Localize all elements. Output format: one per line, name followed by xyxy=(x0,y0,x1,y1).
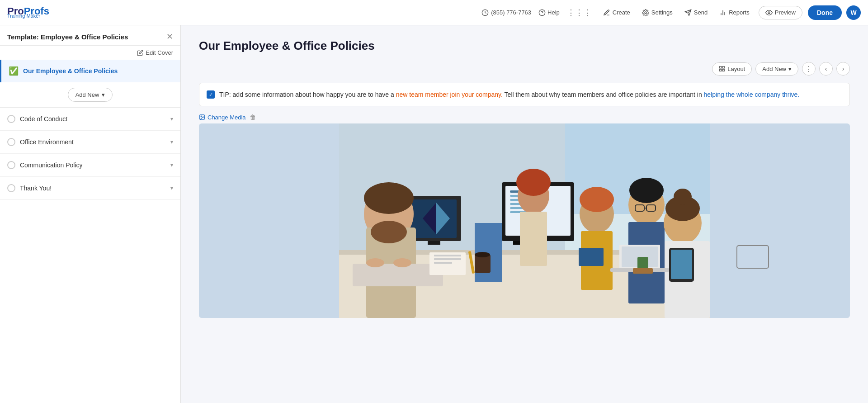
page-title: Our Employee & Office Policies xyxy=(199,39,850,53)
tip-box: ✓ TIP: add some information about how ha… xyxy=(199,83,850,106)
check-icon: ✅ xyxy=(9,66,19,76)
nav-actions: Create Settings Send Reports xyxy=(598,6,755,19)
more-options-button[interactable]: ⋮ xyxy=(802,62,816,76)
sidebar-title: Template: Employee & Office Policies xyxy=(7,33,128,41)
svg-point-62 xyxy=(475,252,490,257)
layout-icon xyxy=(719,66,725,72)
preview-button[interactable]: Preview xyxy=(759,6,802,19)
svg-point-9 xyxy=(768,12,770,14)
svg-point-67 xyxy=(393,258,411,267)
logo-area: ProProfs Training Maker xyxy=(7,6,49,19)
svg-point-48 xyxy=(629,178,664,203)
svg-point-39 xyxy=(371,221,407,243)
chevron-icon: ▾ xyxy=(170,162,173,168)
settings-button[interactable]: Settings xyxy=(637,6,678,19)
sidebar: Template: Employee & Office Policies ✕ E… xyxy=(0,25,181,403)
sidebar-item-thank-you[interactable]: Thank You! ▾ xyxy=(0,177,180,200)
clock-icon xyxy=(481,9,489,16)
tip-check-icon: ✓ xyxy=(207,90,215,99)
edit-cover-button[interactable]: Edit Cover xyxy=(137,49,173,56)
change-media-button[interactable]: Change Media xyxy=(199,114,246,121)
image-icon xyxy=(199,114,205,120)
pencil-icon xyxy=(137,50,143,56)
send-button[interactable]: Send xyxy=(679,6,713,19)
topbar-right: (855) 776-7763 Help ⋮⋮⋮ Create Settings … xyxy=(481,5,861,20)
svg-rect-13 xyxy=(720,69,722,71)
user-avatar[interactable]: W xyxy=(846,5,861,20)
help-icon xyxy=(538,9,546,16)
add-new-button[interactable]: Add New ▾ xyxy=(68,88,113,102)
topbar: ProProfs Training Maker (855) 776-7763 H… xyxy=(0,0,868,25)
svg-rect-10 xyxy=(720,66,722,68)
svg-point-41 xyxy=(516,169,551,196)
sidebar-item-communication-policy[interactable]: Communication Policy ▾ xyxy=(0,154,180,177)
media-toolbar: Change Media 🗑 xyxy=(199,114,850,121)
svg-point-55 xyxy=(674,189,692,205)
reports-icon xyxy=(719,9,726,16)
prev-page-button[interactable]: ‹ xyxy=(819,62,833,76)
add-new-content-button[interactable]: Add New ▾ xyxy=(755,62,798,76)
nav-circle xyxy=(7,184,15,192)
create-icon xyxy=(603,9,610,16)
office-image xyxy=(199,123,850,318)
chevron-icon: ▾ xyxy=(170,116,173,122)
svg-rect-60 xyxy=(737,246,769,268)
svg-point-66 xyxy=(366,258,384,267)
svg-point-3 xyxy=(645,12,646,14)
nav-circle xyxy=(7,161,15,169)
chevron-icon: ▾ xyxy=(170,139,173,145)
main-content: Our Employee & Office Policies Layout Ad… xyxy=(181,25,868,403)
next-page-button[interactable]: › xyxy=(836,62,850,76)
active-item-label: Our Employee & Office Policies xyxy=(23,67,118,75)
edit-cover-row: Edit Cover xyxy=(0,46,180,60)
svg-rect-72 xyxy=(434,258,461,260)
svg-rect-42 xyxy=(520,212,547,266)
svg-rect-73 xyxy=(434,262,452,264)
svg-rect-11 xyxy=(722,66,724,68)
eye-icon xyxy=(765,9,773,16)
svg-rect-64 xyxy=(633,268,653,274)
content-toolbar: Layout Add New ▾ ⋮ ‹ › xyxy=(199,62,850,76)
send-icon xyxy=(684,9,692,16)
svg-rect-71 xyxy=(434,255,461,256)
svg-rect-46 xyxy=(579,248,604,266)
logo: ProProfs Training Maker xyxy=(7,6,49,19)
layout-button[interactable]: Layout xyxy=(712,62,752,76)
nav-circle xyxy=(7,138,15,146)
grid-button[interactable]: ⋮⋮⋮ xyxy=(567,8,591,18)
phone-number: (855) 776-7763 xyxy=(481,9,531,16)
svg-rect-25 xyxy=(428,241,440,245)
svg-point-38 xyxy=(364,182,414,214)
svg-point-44 xyxy=(580,187,614,212)
reports-button[interactable]: Reports xyxy=(714,6,755,19)
done-button[interactable]: Done xyxy=(808,5,842,20)
close-button[interactable]: ✕ xyxy=(166,32,173,42)
sidebar-header: Template: Employee & Office Policies ✕ xyxy=(0,25,180,46)
sidebar-item-code-of-conduct[interactable]: Code of Conduct ▾ xyxy=(0,108,180,131)
add-new-row: Add New ▾ xyxy=(0,82,180,108)
svg-point-15 xyxy=(201,116,202,117)
svg-rect-69 xyxy=(671,250,692,279)
settings-icon xyxy=(642,9,649,16)
sidebar-item-office-environment[interactable]: Office Environment ▾ xyxy=(0,131,180,154)
chevron-icon: ▾ xyxy=(170,185,173,191)
main-layout: Template: Employee & Office Policies ✕ E… xyxy=(0,25,868,403)
create-button[interactable]: Create xyxy=(598,6,636,19)
tip-text: TIP: add some information about how happ… xyxy=(219,90,799,100)
svg-rect-61 xyxy=(475,255,491,273)
delete-media-button[interactable]: 🗑 xyxy=(250,114,256,121)
office-image-svg xyxy=(199,123,850,318)
svg-rect-12 xyxy=(722,69,724,71)
sidebar-active-item[interactable]: ✅ Our Employee & Office Policies xyxy=(0,60,180,82)
help-button[interactable]: Help xyxy=(538,9,560,16)
nav-circle xyxy=(7,115,15,123)
